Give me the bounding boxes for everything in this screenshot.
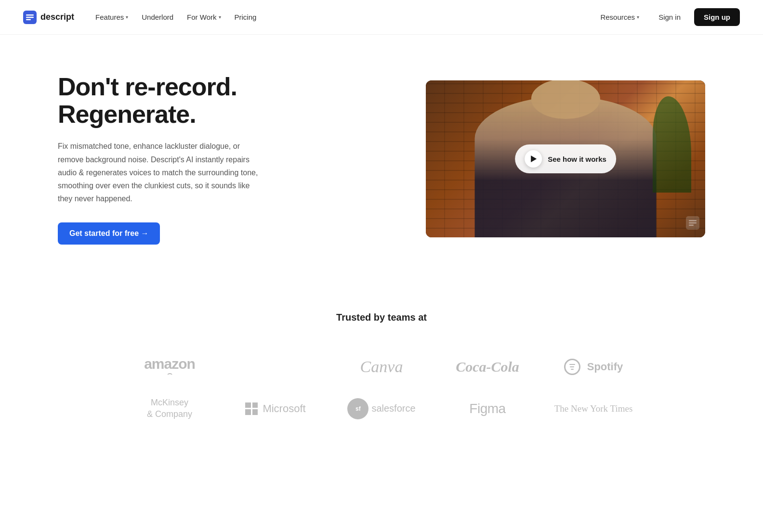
nav-right: Resources ▾ Sign in Sign up <box>594 8 740 26</box>
logo-apple <box>223 357 329 376</box>
svg-rect-7 <box>689 225 694 226</box>
hero-section: Don't re-record. Regenerate. Fix mismatc… <box>0 35 763 283</box>
play-icon <box>531 156 537 162</box>
svg-rect-2 <box>26 16 34 18</box>
logo-coca-cola: Coca-Cola <box>434 349 540 385</box>
hero-right: See how it works <box>426 80 705 237</box>
logo-nyt: The New York Times <box>540 394 646 424</box>
logo-text: descript <box>40 12 74 22</box>
play-button[interactable] <box>525 150 542 168</box>
nav-pricing[interactable]: Pricing <box>229 9 263 25</box>
hero-title: Don't re-record. Regenerate. <box>58 73 260 128</box>
play-overlay[interactable]: See how it works <box>515 144 616 173</box>
chevron-down-icon: ▾ <box>637 14 639 20</box>
nav-features[interactable]: Features ▾ <box>90 9 134 25</box>
chevron-down-icon: ▾ <box>126 14 128 20</box>
logo-amazon: amazon⌢ <box>117 346 223 388</box>
play-label: See how it works <box>548 155 606 163</box>
cta-button[interactable]: Get started for free → <box>58 222 160 245</box>
logo-salesforce: sf salesforce <box>329 389 434 429</box>
logo-microsoft: Microsoft <box>223 393 329 425</box>
trusted-section: Trusted by teams at amazon⌢ Canva Coca-C… <box>0 283 763 449</box>
nav-underlord[interactable]: Underlord <box>136 9 179 25</box>
sign-up-button[interactable]: Sign up <box>694 8 740 26</box>
nav-for-work[interactable]: For Work ▾ <box>181 9 226 25</box>
svg-rect-3 <box>26 19 31 20</box>
logo[interactable]: descript <box>23 11 74 24</box>
logo-canva: Canva <box>329 348 434 386</box>
svg-rect-6 <box>689 222 697 224</box>
trusted-title: Trusted by teams at <box>23 312 740 323</box>
logos-grid: amazon⌢ Canva Coca-Cola Spotify McKinsey… <box>117 346 646 429</box>
logo-mckinsey: McKinsey& Company <box>117 388 223 429</box>
navbar: descript Features ▾ Underlord For Work ▾… <box>0 0 763 35</box>
chevron-down-icon: ▾ <box>219 14 221 20</box>
nav-left: descript Features ▾ Underlord For Work ▾… <box>23 9 262 25</box>
logo-figma: Figma <box>434 391 540 426</box>
nav-links: Features ▾ Underlord For Work ▾ Pricing <box>90 9 262 25</box>
svg-rect-5 <box>689 220 697 221</box>
hero-description: Fix mismatched tone, enhance lackluster … <box>58 140 260 205</box>
sign-in-link[interactable]: Sign in <box>653 9 686 25</box>
video-container[interactable]: See how it works <box>426 80 705 237</box>
logo-spotify: Spotify <box>540 349 646 385</box>
descript-watermark <box>686 216 699 232</box>
hero-left: Don't re-record. Regenerate. Fix mismatc… <box>58 73 260 245</box>
nav-resources[interactable]: Resources ▾ <box>594 9 645 25</box>
svg-rect-1 <box>26 14 34 16</box>
